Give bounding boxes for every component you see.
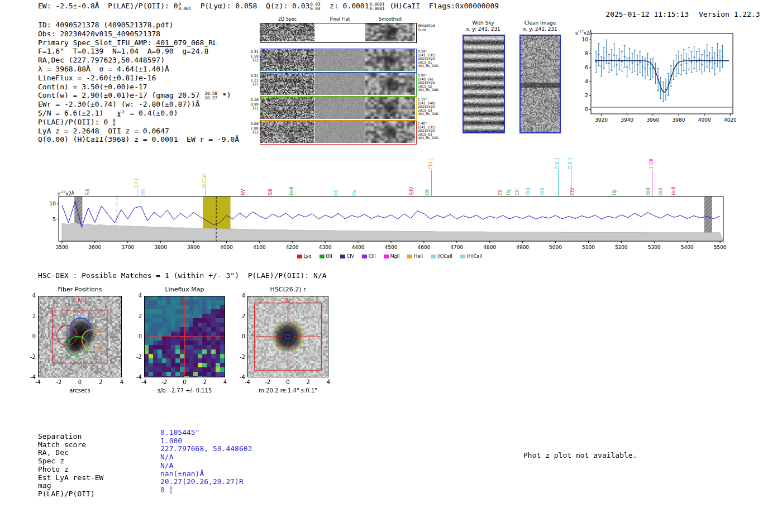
legend-swatch: [340, 255, 345, 258]
text-segment: Obs: 20230420v015_4090521378: [38, 30, 160, 38]
photz-note: Phot z plot not available.: [523, 451, 637, 459]
text-segment: RA,Dec (227.797623,50.448597): [38, 56, 165, 64]
svg-text:3960: 3960: [646, 117, 659, 123]
svg-text:4400: 4400: [352, 245, 365, 250]
match-row-value: 1.000: [160, 437, 182, 445]
svg-text:5500: 5500: [714, 245, 727, 250]
svg-text:E: E: [147, 333, 150, 339]
spectral-line-label: OIII {: [569, 157, 573, 169]
info-line: RA,Dec (227.797623,50.448597): [38, 56, 239, 65]
text-segment: λ = 3968.88Å σ = 4.64(±1.40)Å: [38, 65, 169, 73]
svg-text:10: 10: [582, 37, 589, 42]
spectral-line-label: OII ): [135, 179, 139, 188]
smoothed-cutout-image: [365, 121, 415, 143]
panel-ytick: -2: [233, 354, 245, 360]
panel-xtick: 4: [113, 379, 130, 385]
legend-label: CIII: [369, 254, 376, 259]
text-segment: Cont(w) = 2.90(±0.01)e-17 (gmag 20.57: [38, 91, 204, 99]
smoothed-cutout-image: [365, 23, 415, 41]
text-segment: ID: 4090521378 (4090521378.pdf): [38, 21, 174, 29]
text-segment: g=24.8: [174, 47, 209, 55]
elixer-report-page: EW: -2.5±-0.8Å P(LAE)/P(OII): 000.001 P(…: [0, 0, 782, 532]
hsc-dex-line: HSC-DEX : Possible Matches = 1 (within +…: [38, 271, 327, 280]
match-row-value: N/A: [160, 461, 173, 469]
fiber-weight-value: 312: [247, 131, 259, 135]
lineflux-overlay: NE: [144, 296, 225, 377]
svg-text:N: N: [78, 298, 82, 304]
panel-xtick: 4: [217, 379, 233, 385]
version-label: Version 1.22.3: [699, 10, 760, 18]
svg-text:4200: 4200: [286, 245, 299, 250]
svg-text:4800: 4800: [483, 245, 496, 250]
legend-item: OII: [320, 254, 332, 259]
svg-text:N: N: [183, 298, 187, 304]
svg-text:3500: 3500: [55, 245, 68, 250]
with-sky-title: With Sky: [461, 20, 505, 26]
match-row-value: 227.797668, 50.448603: [160, 444, 252, 453]
with-sky-image: [462, 35, 505, 133]
legend-item: Lyα: [297, 254, 312, 259]
legend-label: HeII: [414, 254, 423, 259]
clean-image-xy: x, y: 241, 231: [518, 26, 562, 32]
legend-label: (K)CaII: [437, 254, 452, 259]
text-segment: EW: -2.5±-0.8Å P(LAE)/P(OII): 0: [38, 2, 178, 10]
svg-text:2: 2: [585, 93, 588, 98]
svg-text:5100: 5100: [582, 245, 595, 250]
spectrum-legend: LyαOIICIVCIIIMgIIHeII(K)CaII(H)CaII: [47, 250, 732, 261]
panel-ytick: 0: [23, 333, 36, 339]
clean-image: [519, 35, 561, 133]
svg-text:6: 6: [585, 65, 588, 70]
match-row-value: nan(±nan)Å: [160, 469, 204, 478]
svg-text:4: 4: [585, 79, 588, 84]
fiber-weight-value: 312: [247, 59, 259, 63]
panel-xtick: 4: [320, 379, 337, 385]
legend-label: (H)CaII: [467, 254, 482, 259]
svg-text:4600: 4600: [417, 245, 430, 250]
fiber-weight-labels: 0.180.99311: [247, 98, 259, 111]
cutout-row: 0.211.213310.95"(240, 66)20230420v015_02…: [247, 73, 449, 96]
with-sky-xy: x, y: 241, 231: [461, 26, 505, 32]
cutout-row: WeightedSum: [247, 23, 449, 42]
panel-xtick: 2: [197, 379, 213, 385]
match-row-label: Spec z: [38, 457, 64, 465]
svg-text:5200: 5200: [615, 245, 628, 250]
fiber-weight-labels: 0.211.21331: [247, 74, 259, 87]
panel-xtick: 0: [71, 379, 88, 385]
svg-text:E: E: [41, 333, 44, 339]
legend-item: HeII: [407, 254, 423, 259]
header-summary: EW: -2.5±-0.8Å P(LAE)/P(OII): 000.001 P(…: [38, 2, 499, 11]
hsc-r-title: HSC(26.2) r: [247, 286, 328, 293]
legend-swatch: [431, 255, 436, 258]
clean-image-title: Clean Image: [518, 20, 562, 26]
panel-ytick: -2: [23, 354, 36, 360]
match-row-value: N/A: [160, 453, 173, 461]
fiber-weight-value: 331: [247, 83, 259, 87]
match-row-label: Photo z: [38, 465, 69, 473]
panel-ytick: 4: [130, 293, 142, 299]
spectral-line-label: CIII (: [429, 159, 433, 169]
info-line: F=1.6" T=0.139 N=1.04 A=0.90 g=24.8: [38, 47, 239, 56]
fiber-positions-title: Fiber Positions: [38, 286, 122, 293]
annotation-line: 401_RL_025: [418, 64, 447, 68]
text-segment: 20.27(20.26,20.27)R: [160, 477, 244, 486]
info-line: P(LAE)/P(OII): 0 00: [38, 118, 239, 127]
hsc-overlay: NE: [247, 296, 328, 377]
svg-text:5300: 5300: [648, 245, 661, 250]
svg-text:3600: 3600: [88, 245, 101, 250]
text-segment: 0.90: [156, 47, 173, 55]
svg-text:4100: 4100: [253, 245, 266, 250]
svg-text:3800: 3800: [154, 245, 167, 250]
panel-ytick: 4: [233, 293, 245, 299]
panel-ytick: 0: [130, 333, 142, 339]
svg-text:E: E: [250, 333, 254, 339]
legend-label: Lyα: [304, 254, 312, 259]
cutout-rows: WeightedSum0.311.593120.59"(241, 231)202…: [247, 17, 449, 151]
svg-text:3900: 3900: [187, 245, 200, 250]
panel-xtick: -4: [30, 379, 46, 385]
text-segment: 1.000: [160, 437, 182, 445]
cutout-row: 0.180.993111.15"(241, 240)20230420v015_0…: [247, 97, 449, 120]
smoothed-cutout-image: [365, 97, 415, 119]
legend-item: (H)CaII: [460, 254, 482, 259]
report-timestamp: 2025-01-12 11:15:13: [605, 10, 689, 18]
text-segment: Q(0.00) (H)CaII(3968) z = 0.0001 EW r = …: [38, 135, 239, 143]
